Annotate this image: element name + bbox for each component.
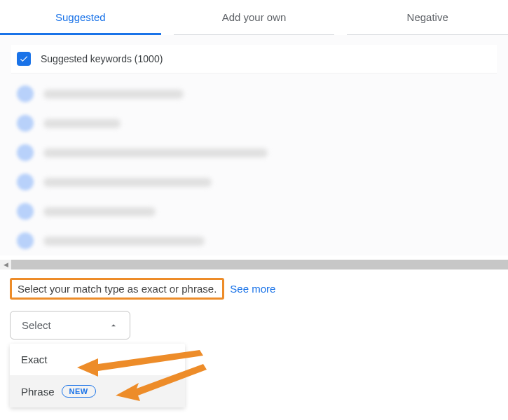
list-item bbox=[11, 108, 497, 138]
scroll-thumb[interactable] bbox=[11, 260, 508, 270]
scroll-left-icon[interactable]: ◀ bbox=[0, 260, 11, 270]
instruction-highlight: Select your match type as exact or phras… bbox=[10, 278, 224, 300]
new-badge: NEW bbox=[62, 385, 96, 398]
dropdown-option-label: Exact bbox=[21, 354, 48, 365]
keywords-header-label: Suggested keywords (1000) bbox=[41, 53, 163, 64]
keywords-list-blurred bbox=[11, 74, 497, 255]
list-item bbox=[11, 138, 497, 167]
list-item bbox=[11, 167, 497, 197]
list-item bbox=[11, 197, 497, 226]
match-type-select[interactable]: Select bbox=[10, 311, 130, 340]
horizontal-scrollbar[interactable]: ◀ bbox=[0, 260, 508, 270]
tab-suggested[interactable]: Suggested bbox=[0, 0, 161, 35]
match-type-section: Select your match type as exact or phras… bbox=[0, 270, 508, 420]
tabs-bar: Suggested Add your own Negative bbox=[0, 0, 508, 35]
chevron-up-icon bbox=[109, 321, 118, 330]
list-item bbox=[11, 226, 497, 255]
match-type-dropdown: Exact Phrase NEW bbox=[10, 344, 185, 407]
keywords-header-row: Suggested keywords (1000) bbox=[11, 45, 497, 74]
select-placeholder: Select bbox=[22, 319, 51, 331]
tab-add-your-own[interactable]: Add your own bbox=[174, 0, 335, 35]
list-item bbox=[11, 79, 497, 108]
check-icon bbox=[19, 54, 29, 64]
tab-negative[interactable]: Negative bbox=[347, 0, 508, 35]
see-more-link[interactable]: See more bbox=[230, 283, 275, 295]
dropdown-option-exact[interactable]: Exact bbox=[10, 344, 185, 375]
dropdown-option-label: Phrase bbox=[21, 386, 55, 398]
dropdown-option-phrase[interactable]: Phrase NEW bbox=[10, 375, 185, 407]
select-all-checkbox[interactable] bbox=[17, 52, 31, 66]
keywords-panel: Suggested keywords (1000) bbox=[0, 35, 508, 255]
